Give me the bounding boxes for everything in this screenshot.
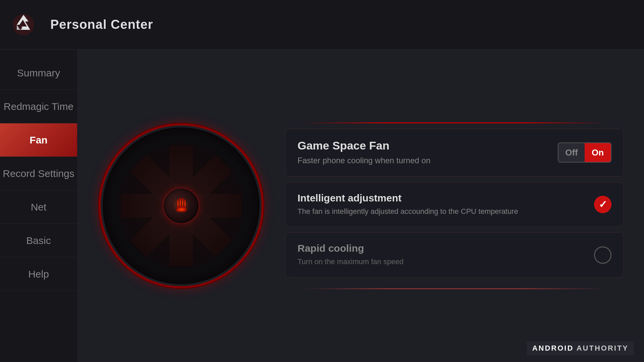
watermark: ANDROID AUTHORITY	[527, 341, 634, 355]
rapid-cooling-checkbox[interactable]	[594, 246, 611, 264]
sidebar-item-record-settings[interactable]: Record Settings	[0, 157, 77, 190]
sidebar-item-label: Basic	[26, 235, 51, 246]
fan-toggle-off-button[interactable]: Off	[558, 143, 585, 162]
fan-toggle-on-button[interactable]: On	[585, 143, 611, 162]
intelligent-adjustment-section: Intelligent adjustment The fan is intell…	[285, 182, 624, 227]
panel-top-divider	[285, 122, 624, 123]
rapid-cooling-title: Rapid cooling	[298, 243, 404, 254]
sidebar-item-label: Record Settings	[3, 168, 74, 179]
sidebar-item-label: Fan	[30, 134, 47, 146]
intelligent-adjustment-checkbox[interactable]: ✓	[594, 196, 611, 213]
header: Personal Center	[0, 0, 644, 50]
page-title: Personal Center	[50, 17, 153, 32]
sidebar-item-help[interactable]: Help	[0, 257, 77, 291]
game-space-fan-section: Game Space Fan Faster phone cooling when…	[285, 129, 624, 177]
watermark-brand: ANDROID	[532, 344, 574, 352]
adjustment-section-inner: Intelligent adjustment The fan is intell…	[298, 192, 611, 217]
sidebar-item-summary[interactable]: Summary	[0, 56, 77, 90]
fan-toggle-switch[interactable]: Off On	[558, 142, 611, 163]
sidebar-item-label: Net	[31, 201, 47, 213]
sidebar-item-label: Redmagic Time	[4, 101, 73, 112]
rapid-text: Rapid cooling Turn on the maximum fan sp…	[298, 243, 404, 267]
intelligent-adjustment-description: The fan is intelligently adjusted accoun…	[298, 206, 518, 217]
sidebar: Summary Redmagic Time Fan Record Setting…	[0, 50, 77, 362]
sidebar-item-basic[interactable]: Basic	[0, 224, 77, 257]
fan-hub	[163, 187, 200, 224]
sidebar-item-redmagic-time[interactable]: Redmagic Time	[0, 90, 77, 123]
redmagic-logo-icon	[10, 11, 37, 38]
svg-point-5	[174, 198, 189, 213]
game-space-fan-title: Game Space Fan	[298, 139, 430, 152]
game-fan-text: Game Space Fan Faster phone cooling when…	[298, 139, 430, 166]
checkmark-icon: ✓	[599, 198, 607, 210]
game-space-fan-description: Faster phone cooling when turned on	[298, 155, 430, 166]
sidebar-item-fan[interactable]: Fan	[0, 123, 77, 157]
rapid-cooling-description: Turn on the maximum fan speed	[298, 257, 404, 267]
sidebar-item-label: Summary	[17, 67, 60, 79]
main-content: Game Space Fan Faster phone cooling when…	[77, 50, 644, 362]
fan-outer-ring	[101, 125, 262, 286]
panel-bottom-divider	[285, 288, 624, 289]
right-panel: Game Space Fan Faster phone cooling when…	[285, 116, 624, 296]
sidebar-item-net[interactable]: Net	[0, 190, 77, 224]
sidebar-item-label: Help	[28, 268, 49, 280]
hub-logo-icon	[171, 196, 191, 216]
rapid-cooling-section: Rapid cooling Turn on the maximum fan sp…	[285, 232, 624, 278]
watermark-suffix: AUTHORITY	[577, 344, 629, 352]
intelligent-adjustment-title: Intelligent adjustment	[298, 192, 518, 204]
fan-visual	[97, 122, 265, 290]
adjustment-text: Intelligent adjustment The fan is intell…	[298, 192, 518, 217]
rapid-section-inner: Rapid cooling Turn on the maximum fan sp…	[298, 243, 611, 267]
